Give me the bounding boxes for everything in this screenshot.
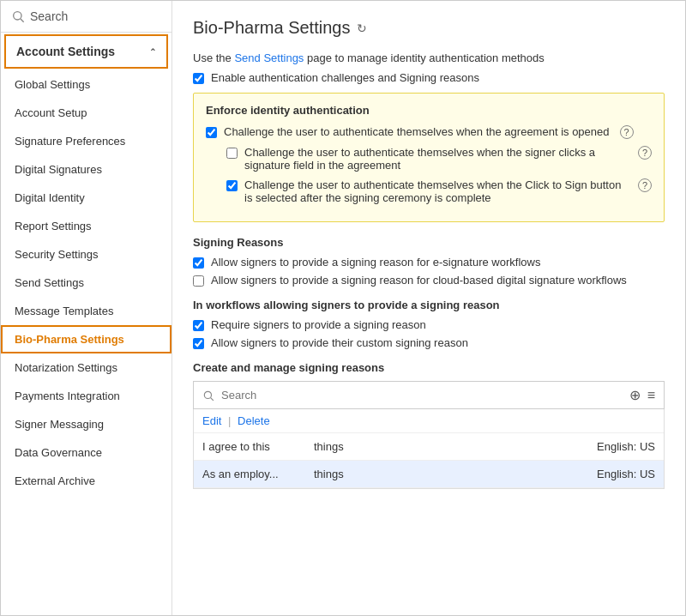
- action-separator: |: [228, 414, 231, 427]
- signing-reason-2-label: Allow signers to provide a signing reaso…: [211, 274, 627, 287]
- help-icon-1[interactable]: ?: [620, 125, 634, 139]
- workflow-2-label: Allow signers to provide their custom si…: [211, 336, 468, 349]
- workflows-title: In workflows allowing signers to provide…: [193, 299, 665, 311]
- delete-link[interactable]: Delete: [238, 414, 270, 427]
- sidebar-item-message-templates[interactable]: Message Templates: [1, 297, 172, 325]
- table-actions-row: Edit | Delete: [194, 409, 664, 433]
- search-icon-small: [202, 390, 214, 402]
- sidebar-item-security-settings[interactable]: Security Settings: [1, 240, 172, 269]
- svg-point-0: [14, 12, 21, 20]
- workflow-2-row: Allow signers to provide their custom si…: [193, 336, 665, 349]
- page-title-row: Bio-Pharma Settings ↻: [193, 18, 665, 38]
- main-content: Bio-Pharma Settings ↻ Use the Send Setti…: [172, 1, 685, 615]
- page-title: Bio-Pharma Settings: [193, 18, 350, 38]
- row-1-lang: English: US: [597, 440, 655, 453]
- row-2-value: things: [314, 468, 597, 480]
- workflow-2-checkbox[interactable]: [193, 338, 204, 349]
- help-icon-2[interactable]: ?: [638, 146, 652, 160]
- signing-reason-1-checkbox[interactable]: [193, 257, 204, 269]
- table-row[interactable]: I agree to this things English: US: [194, 433, 664, 461]
- signing-reasons-section: Signing Reasons Allow signers to provide…: [193, 236, 665, 287]
- sidebar-item-payments-integration[interactable]: Payments Integration: [1, 382, 172, 410]
- enforce-checkbox-1-label: Challenge the user to authenticate thems…: [224, 125, 610, 138]
- sidebar-item-notarization-settings[interactable]: Notarization Settings: [1, 353, 172, 382]
- sidebar-item-signer-messaging[interactable]: Signer Messaging: [1, 410, 172, 438]
- row-1-name: I agree to this: [202, 440, 314, 453]
- enforce-checkbox-1-row: Challenge the user to authenticate thems…: [206, 125, 652, 139]
- menu-button[interactable]: ≡: [647, 388, 655, 403]
- enforce-checkbox-3-label: Challenge the user to authenticate thems…: [244, 178, 628, 204]
- enforce-checkbox-3[interactable]: [226, 180, 238, 191]
- enforce-checkbox-2-row: Challenge the user to authenticate thems…: [226, 146, 652, 172]
- workflows-section: In workflows allowing signers to provide…: [193, 299, 665, 349]
- enforce-identity-title: Enforce identity authentication: [206, 104, 652, 117]
- signing-reason-1-label: Allow signers to provide a signing reaso…: [211, 256, 540, 269]
- signing-reason-2-checkbox[interactable]: [193, 275, 204, 287]
- signing-reasons-table: Edit | Delete I agree to this things Eng…: [193, 409, 665, 489]
- enforce-checkbox-2[interactable]: [226, 148, 238, 159]
- sidebar-section-header[interactable]: Account Settings ⌃: [4, 34, 168, 69]
- create-title: Create and manage signing reasons: [193, 361, 665, 374]
- sidebar: Search Account Settings ⌃ Global Setting…: [1, 1, 172, 615]
- signing-search-input[interactable]: [221, 389, 623, 402]
- send-settings-link[interactable]: Send Settings: [234, 51, 304, 64]
- sidebar-item-biopharma-settings[interactable]: Bio-Pharma Settings: [1, 325, 172, 353]
- sidebar-item-data-governance[interactable]: Data Governance: [1, 438, 172, 467]
- sidebar-item-signature-preferences[interactable]: Signature Preferences: [1, 127, 172, 155]
- sidebar-item-send-settings[interactable]: Send Settings: [1, 269, 172, 297]
- sidebar-item-external-archive[interactable]: External Archive: [1, 467, 172, 495]
- enforce-checkbox-2-label: Challenge the user to authenticate thems…: [244, 146, 628, 172]
- enforce-checkbox-1[interactable]: [206, 127, 217, 138]
- enable-auth-checkbox[interactable]: [193, 73, 204, 84]
- sidebar-item-report-settings[interactable]: Report Settings: [1, 212, 172, 240]
- signing-reason-1-row: Allow signers to provide a signing reaso…: [193, 256, 665, 269]
- signing-search-bar: ⊕ ≡: [193, 381, 665, 409]
- row-1-value: things: [314, 440, 597, 453]
- enable-auth-label: Enable authentication challenges and Sig…: [211, 71, 479, 84]
- sidebar-section-title: Account Settings: [16, 45, 115, 58]
- signing-reasons-title: Signing Reasons: [193, 236, 665, 249]
- sidebar-item-digital-signatures[interactable]: Digital Signatures: [1, 155, 172, 184]
- search-icon: [11, 9, 25, 23]
- row-2-lang: English: US: [597, 468, 655, 480]
- workflow-1-row: Require signers to provide a signing rea…: [193, 318, 665, 331]
- sidebar-item-digital-identity[interactable]: Digital Identity: [1, 184, 172, 212]
- create-section: Create and manage signing reasons ⊕ ≡ Ed…: [193, 361, 665, 489]
- add-reason-button[interactable]: ⊕: [629, 387, 641, 403]
- svg-line-1: [21, 19, 24, 22]
- refresh-icon[interactable]: ↻: [357, 21, 367, 35]
- enforce-identity-box: Enforce identity authentication Challeng…: [193, 93, 665, 222]
- svg-line-3: [211, 397, 214, 400]
- intro-text: Use the Send Settings page to manage ide…: [193, 51, 665, 64]
- workflow-1-checkbox[interactable]: [193, 320, 204, 331]
- sidebar-item-account-setup[interactable]: Account Setup: [1, 99, 172, 127]
- sidebar-search[interactable]: Search: [1, 1, 172, 33]
- enforce-checkbox-3-row: Challenge the user to authenticate thems…: [226, 178, 652, 204]
- row-2-name: As an employ...: [202, 468, 314, 480]
- svg-point-2: [204, 391, 211, 398]
- enable-auth-row: Enable authentication challenges and Sig…: [193, 71, 665, 84]
- table-row[interactable]: As an employ... things English: US: [194, 461, 664, 488]
- edit-link[interactable]: Edit: [202, 414, 221, 427]
- signing-reason-2-row: Allow signers to provide a signing reaso…: [193, 274, 665, 287]
- help-icon-3[interactable]: ?: [638, 178, 652, 192]
- sidebar-item-global-settings[interactable]: Global Settings: [1, 70, 172, 99]
- search-label: Search: [30, 9, 68, 23]
- workflow-1-label: Require signers to provide a signing rea…: [211, 318, 426, 331]
- chevron-up-icon: ⌃: [149, 47, 156, 57]
